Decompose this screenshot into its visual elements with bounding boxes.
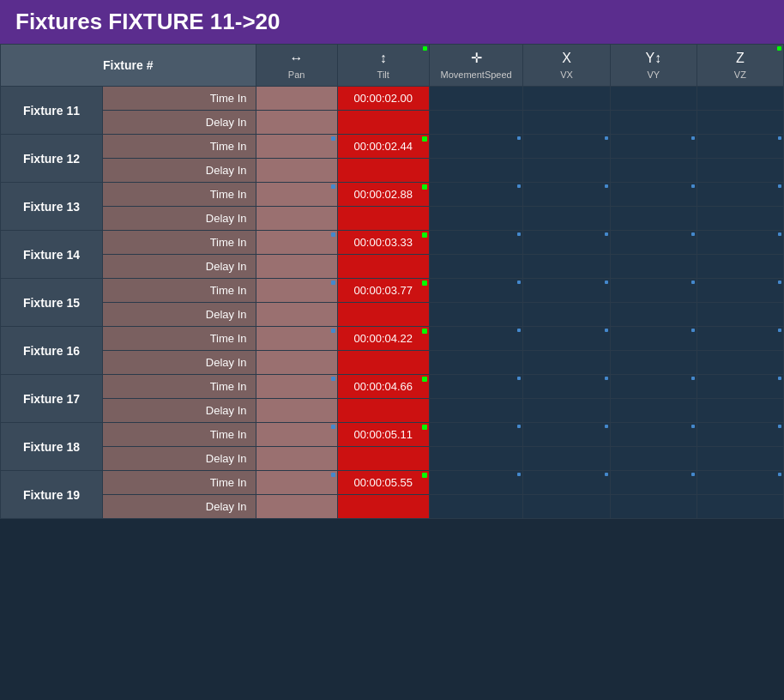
vz-delayin-fixture-14[interactable]: [697, 255, 783, 279]
movespeed-timein-fixture-13[interactable]: [429, 183, 523, 207]
vy-delayin-fixture-13[interactable]: [610, 207, 697, 231]
vy-timein-fixture-14[interactable]: [610, 231, 697, 255]
pan-delayin-fixture-19[interactable]: [256, 495, 337, 519]
movespeed-delayin-fixture-17[interactable]: [429, 399, 523, 423]
vz-delayin-fixture-18[interactable]: [697, 447, 783, 471]
tilt-timein-fixture-19[interactable]: 00:00:05.55: [337, 471, 429, 495]
pan-timein-fixture-19[interactable]: [256, 471, 337, 495]
vx-delayin-fixture-11[interactable]: [523, 111, 610, 135]
vy-timein-fixture-19[interactable]: [610, 471, 697, 495]
movespeed-delayin-fixture-15[interactable]: [429, 303, 523, 327]
vz-timein-fixture-18[interactable]: [697, 423, 783, 447]
vy-timein-fixture-15[interactable]: [610, 279, 697, 303]
tilt-timein-fixture-16[interactable]: 00:00:04.22: [337, 327, 429, 351]
movespeed-delayin-fixture-19[interactable]: [429, 495, 523, 519]
vz-delayin-fixture-16[interactable]: [697, 351, 783, 375]
tilt-timein-fixture-15[interactable]: 00:00:03.77: [337, 279, 429, 303]
tilt-timein-fixture-14[interactable]: 00:00:03.33: [337, 231, 429, 255]
tilt-delayin-fixture-13[interactable]: [337, 207, 429, 231]
pan-delayin-fixture-12[interactable]: [256, 159, 337, 183]
tilt-delayin-fixture-19[interactable]: [337, 495, 429, 519]
pan-delayin-fixture-11[interactable]: [256, 111, 337, 135]
movespeed-timein-fixture-11[interactable]: [429, 87, 523, 111]
vy-delayin-fixture-16[interactable]: [610, 351, 697, 375]
movespeed-delayin-fixture-11[interactable]: [429, 111, 523, 135]
vx-timein-fixture-16[interactable]: [523, 327, 610, 351]
pan-timein-fixture-16[interactable]: [256, 327, 337, 351]
pan-timein-fixture-12[interactable]: [256, 135, 337, 159]
vy-timein-fixture-18[interactable]: [610, 423, 697, 447]
vz-timein-fixture-17[interactable]: [697, 375, 783, 399]
pan-delayin-fixture-16[interactable]: [256, 351, 337, 375]
vy-delayin-fixture-15[interactable]: [610, 303, 697, 327]
movespeed-timein-fixture-14[interactable]: [429, 231, 523, 255]
vx-timein-fixture-13[interactable]: [523, 183, 610, 207]
vx-delayin-fixture-17[interactable]: [523, 399, 610, 423]
vz-delayin-fixture-19[interactable]: [697, 495, 783, 519]
vy-timein-fixture-11[interactable]: [610, 87, 697, 111]
vz-delayin-fixture-12[interactable]: [697, 159, 783, 183]
vx-timein-fixture-12[interactable]: [523, 135, 610, 159]
vy-timein-fixture-12[interactable]: [610, 135, 697, 159]
movespeed-timein-fixture-15[interactable]: [429, 279, 523, 303]
vz-timein-fixture-14[interactable]: [697, 231, 783, 255]
vz-delayin-fixture-13[interactable]: [697, 207, 783, 231]
tilt-delayin-fixture-12[interactable]: [337, 159, 429, 183]
vx-delayin-fixture-19[interactable]: [523, 495, 610, 519]
pan-delayin-fixture-17[interactable]: [256, 399, 337, 423]
vx-delayin-fixture-16[interactable]: [523, 351, 610, 375]
tilt-timein-fixture-11[interactable]: 00:00:02.00: [337, 87, 429, 111]
pan-delayin-fixture-15[interactable]: [256, 303, 337, 327]
vy-delayin-fixture-14[interactable]: [610, 255, 697, 279]
vy-delayin-fixture-19[interactable]: [610, 495, 697, 519]
tilt-timein-fixture-17[interactable]: 00:00:04.66: [337, 375, 429, 399]
vx-timein-fixture-11[interactable]: [523, 87, 610, 111]
pan-timein-fixture-15[interactable]: [256, 279, 337, 303]
pan-delayin-fixture-14[interactable]: [256, 255, 337, 279]
movespeed-timein-fixture-19[interactable]: [429, 471, 523, 495]
tilt-delayin-fixture-17[interactable]: [337, 399, 429, 423]
tilt-delayin-fixture-15[interactable]: [337, 303, 429, 327]
vz-delayin-fixture-17[interactable]: [697, 399, 783, 423]
vz-delayin-fixture-11[interactable]: [697, 111, 783, 135]
vy-delayin-fixture-12[interactable]: [610, 159, 697, 183]
movespeed-timein-fixture-12[interactable]: [429, 135, 523, 159]
pan-timein-fixture-14[interactable]: [256, 231, 337, 255]
movespeed-delayin-fixture-13[interactable]: [429, 207, 523, 231]
vz-timein-fixture-12[interactable]: [697, 135, 783, 159]
tilt-delayin-fixture-16[interactable]: [337, 351, 429, 375]
movespeed-timein-fixture-16[interactable]: [429, 327, 523, 351]
vy-timein-fixture-16[interactable]: [610, 327, 697, 351]
vx-delayin-fixture-12[interactable]: [523, 159, 610, 183]
vy-delayin-fixture-11[interactable]: [610, 111, 697, 135]
movespeed-delayin-fixture-18[interactable]: [429, 447, 523, 471]
vx-delayin-fixture-15[interactable]: [523, 303, 610, 327]
vy-delayin-fixture-17[interactable]: [610, 399, 697, 423]
vy-delayin-fixture-18[interactable]: [610, 447, 697, 471]
vx-timein-fixture-17[interactable]: [523, 375, 610, 399]
vx-timein-fixture-15[interactable]: [523, 279, 610, 303]
tilt-timein-fixture-18[interactable]: 00:00:05.11: [337, 423, 429, 447]
vx-delayin-fixture-13[interactable]: [523, 207, 610, 231]
movespeed-delayin-fixture-12[interactable]: [429, 159, 523, 183]
pan-timein-fixture-13[interactable]: [256, 183, 337, 207]
vz-timein-fixture-15[interactable]: [697, 279, 783, 303]
vz-timein-fixture-13[interactable]: [697, 183, 783, 207]
vx-timein-fixture-18[interactable]: [523, 423, 610, 447]
movespeed-timein-fixture-18[interactable]: [429, 423, 523, 447]
vy-timein-fixture-13[interactable]: [610, 183, 697, 207]
vx-timein-fixture-14[interactable]: [523, 231, 610, 255]
tilt-delayin-fixture-11[interactable]: [337, 111, 429, 135]
vx-delayin-fixture-18[interactable]: [523, 447, 610, 471]
vz-timein-fixture-19[interactable]: [697, 471, 783, 495]
tilt-timein-fixture-12[interactable]: 00:00:02.44: [337, 135, 429, 159]
movespeed-delayin-fixture-14[interactable]: [429, 255, 523, 279]
tilt-delayin-fixture-18[interactable]: [337, 447, 429, 471]
vx-delayin-fixture-14[interactable]: [523, 255, 610, 279]
pan-delayin-fixture-13[interactable]: [256, 207, 337, 231]
pan-timein-fixture-11[interactable]: [256, 87, 337, 111]
vz-timein-fixture-11[interactable]: [697, 87, 783, 111]
pan-timein-fixture-18[interactable]: [256, 423, 337, 447]
vy-timein-fixture-17[interactable]: [610, 375, 697, 399]
tilt-delayin-fixture-14[interactable]: [337, 255, 429, 279]
